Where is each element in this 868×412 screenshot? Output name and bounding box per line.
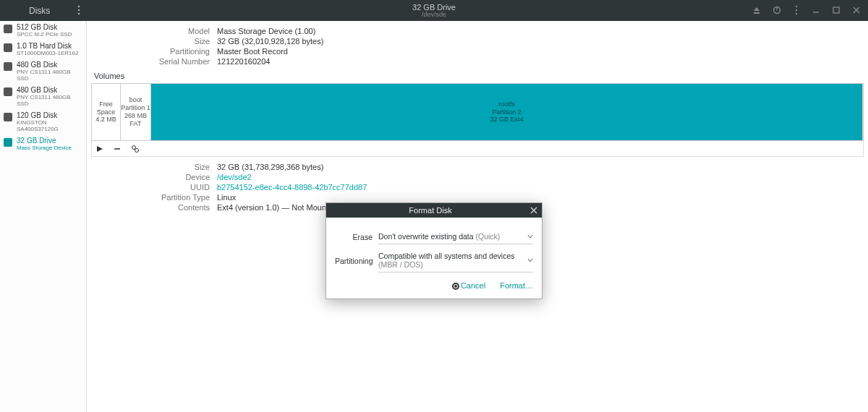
svg-point-0 xyxy=(78,6,80,8)
delete-button[interactable] xyxy=(114,145,121,153)
drive-icon xyxy=(4,138,12,147)
volume-toolbar xyxy=(91,141,864,157)
close-button[interactable] xyxy=(852,6,861,14)
title-bar: Disks 32 GB Drive /dev/sde xyxy=(0,0,868,21)
volumes-title: Volumes xyxy=(94,72,868,80)
more-options-button[interactable] xyxy=(131,145,140,153)
drive-icon xyxy=(4,87,12,96)
partitioning-dropdown[interactable]: Compatible with all systems and devices … xyxy=(378,249,533,272)
chevron-down-icon xyxy=(527,257,533,263)
chevron-down-icon xyxy=(527,233,533,239)
drive-icon xyxy=(4,113,12,121)
svg-point-6 xyxy=(796,9,797,11)
svg-point-2 xyxy=(78,13,80,15)
drive-icon xyxy=(4,25,12,33)
close-icon[interactable] xyxy=(530,207,537,214)
volume-partition-2[interactable]: rootfsPartition 232 GB Ext4 xyxy=(151,84,863,140)
format-button[interactable]: Format… xyxy=(500,281,533,290)
app-menu-button[interactable] xyxy=(75,5,83,15)
volumes-bar: Free Space4.2 MB bootPartition 1268 MB F… xyxy=(91,83,864,141)
uuid-link[interactable]: b2754152-e8ec-4cc4-8898-42b7cc77dd87 xyxy=(217,183,367,192)
eject-icon[interactable] xyxy=(752,6,761,14)
format-disk-dialog: Format Disk Erase Don't overwrite existi… xyxy=(326,202,542,299)
cancel-button[interactable]: Cancel xyxy=(452,281,485,290)
record-icon xyxy=(452,283,459,290)
dialog-title: Format Disk xyxy=(331,206,530,215)
svg-point-1 xyxy=(78,9,80,12)
drive-item-5[interactable]: 32 GB DriveMass Storage Device xyxy=(0,134,86,153)
device-link[interactable]: /dev/sde2 xyxy=(217,173,252,181)
svg-point-13 xyxy=(132,145,136,149)
drive-icon xyxy=(4,43,12,52)
power-icon[interactable] xyxy=(773,6,781,14)
svg-point-7 xyxy=(796,13,797,14)
minimize-button[interactable] xyxy=(812,6,820,14)
drive-item-0[interactable]: 512 GB DiskSPCC M.2 PCIe SSD xyxy=(0,21,86,40)
drive-item-3[interactable]: 480 GB DiskPNY CS1311 480GB SSD xyxy=(0,84,86,109)
maximize-button[interactable] xyxy=(832,6,841,14)
svg-rect-9 xyxy=(833,7,839,13)
volume-partition-1[interactable]: bootPartition 1268 MB FAT xyxy=(121,84,151,140)
drive-info: ModelMass Storage Device (1.00) Size32 G… xyxy=(87,27,868,66)
erase-dropdown[interactable]: Don't overwrite existing data (Quick) xyxy=(378,229,533,244)
mount-button[interactable] xyxy=(96,145,103,153)
app-title: Disks xyxy=(0,6,87,16)
drive-item-2[interactable]: 480 GB DiskPNY CS1311 480GB SSD xyxy=(0,59,86,84)
drive-menu-button[interactable] xyxy=(793,5,800,15)
volume-free-space[interactable]: Free Space4.2 MB xyxy=(92,84,121,140)
svg-point-14 xyxy=(135,148,139,152)
svg-point-5 xyxy=(796,6,797,7)
drive-item-1[interactable]: 1.0 TB Hard DiskST1000DM003-1ER162 xyxy=(0,40,86,59)
drive-icon xyxy=(4,62,12,71)
drive-item-4[interactable]: 120 GB DiskKINGSTON SA400S37120G xyxy=(0,109,86,134)
drive-list: 512 GB DiskSPCC M.2 PCIe SSD 1.0 TB Hard… xyxy=(0,21,87,412)
header-drive-title: 32 GB Drive /dev/sde xyxy=(412,3,456,19)
